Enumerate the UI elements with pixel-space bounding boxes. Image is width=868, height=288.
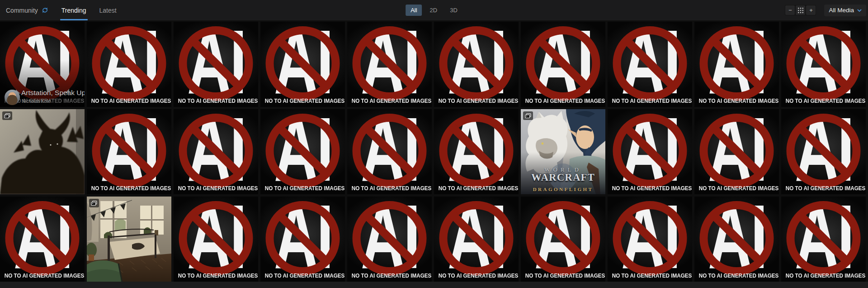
no-ai-prohibition-icon: [434, 197, 519, 282]
protest-caption: NO TO AI GENERATED IMAGES: [608, 184, 692, 192]
filter-2d[interactable]: 2D: [425, 5, 443, 16]
no-ai-prohibition-icon: [347, 109, 432, 194]
protest-caption: NO TO AI GENERATED IMAGES: [781, 271, 866, 279]
tab-trending-label: Trending: [61, 7, 86, 14]
filter-3d[interactable]: 3D: [445, 5, 462, 16]
no-ai-prohibition-icon: [347, 22, 432, 107]
protest-caption: NO TO AI GENERATED IMAGES: [347, 271, 432, 279]
no-ai-prohibition-icon: [260, 109, 345, 194]
stacked-images-icon: [91, 201, 97, 206]
wow-logo-warcraft: WARCRAFT: [521, 172, 605, 183]
protest-caption: NO TO AI GENERATED IMAGES: [260, 271, 345, 279]
protest-caption: NO TO AI GENERATED IMAGES: [608, 96, 692, 105]
artwork-tile-protest[interactable]: AI NO TO AI GENERATED IMAGES: [260, 109, 345, 194]
no-ai-prohibition-icon: [608, 197, 692, 282]
artwork-tile-protest[interactable]: AI NO TO AI GENERATED IMAGES: [608, 109, 692, 194]
artwork-tile-protest[interactable]: AI NO TO AI GENERATED IMAGES: [260, 22, 345, 107]
artwork-tile-protest[interactable]: AI NO TO AI GENERATED IMAGES: [260, 197, 345, 282]
media-filter-dropdown[interactable]: All Media: [824, 5, 866, 16]
protest-caption: NO TO AI GENERATED IMAGES: [781, 184, 866, 192]
artwork-tile-creature[interactable]: [0, 109, 85, 194]
no-ai-prohibition-icon: [260, 197, 345, 282]
artwork-tile-protest[interactable]: AI NO TO AI GENERATED IMAGES: [347, 22, 432, 107]
artwork-tile-protest[interactable]: AI NO TO AI GENERATED IMAGES: [0, 197, 85, 282]
multiple-images-indicator: [2, 111, 12, 120]
artwork-tile-protest[interactable]: AI NO TO AI GENERATED IMAGES: [174, 197, 258, 282]
artwork-tile-protest[interactable]: AI NO TO AI GENERATED IMAGES: [781, 109, 866, 194]
protest-caption: NO TO AI GENERATED IMAGES: [347, 96, 432, 105]
artwork-tile-protest[interactable]: AI NO TO AI GENERATED IMAGES: [87, 22, 171, 107]
artwork-tile-protest[interactable]: AI NO TO AI GENERATED IMAGES: [608, 197, 692, 282]
filter-all[interactable]: All: [406, 5, 422, 16]
chevron-down-icon: [857, 9, 862, 12]
artwork-tile-protest[interactable]: AI NO TO AI GENERATED IMAGES: [174, 109, 258, 194]
no-ai-prohibition-icon: [87, 109, 171, 194]
dimension-filter-group: All 2D 3D: [406, 0, 462, 20]
active-tab-underline: [60, 19, 88, 20]
protest-caption: NO TO AI GENERATED IMAGES: [87, 184, 171, 192]
multiple-images-indicator: [89, 199, 99, 207]
zoom-in-button[interactable]: +: [806, 5, 816, 15]
protest-caption: NO TO AI GENERATED IMAGES: [174, 96, 258, 105]
no-ai-prohibition-icon: [174, 197, 258, 282]
top-toolbar: Community Trending Latest All 2D 3D −: [0, 0, 868, 21]
artwork-tile-protest[interactable]: AI NO TO AI GENERATED IMAGES: [434, 197, 519, 282]
no-ai-prohibition-icon: [694, 109, 779, 194]
grid-layout-button[interactable]: [796, 5, 805, 15]
no-ai-prohibition-icon: [781, 109, 866, 194]
no-ai-prohibition-icon: [434, 22, 519, 107]
protest-caption: NO TO AI GENERATED IMAGES: [0, 271, 85, 279]
wow-logo-dragonflight: DRAGONFLIGHT: [521, 187, 605, 192]
stacked-images-icon: [525, 113, 531, 119]
artwork-tile-protest[interactable]: AI NO TO AI GENERATED IMAGES: [87, 109, 171, 194]
tab-trending[interactable]: Trending: [61, 0, 86, 20]
artwork-tile-protest[interactable]: AI NO TO AI GENERATED IMAGES: [434, 109, 519, 194]
multiple-images-indicator: [523, 111, 533, 120]
no-ai-prohibition-icon: [0, 197, 85, 282]
image-grid: AI NO TO AI GENERATED IMAGES Artstation,…: [0, 21, 868, 282]
artist-avatar[interactable]: [5, 90, 20, 105]
artwork-tile-protest[interactable]: AI NO TO AI GENERATED IMAGES: [174, 22, 258, 107]
no-ai-prohibition-icon: [781, 22, 866, 107]
no-ai-prohibition-icon: [608, 22, 692, 107]
no-ai-prohibition-icon: [694, 22, 779, 107]
artwork-tile-interior[interactable]: [87, 197, 171, 282]
tab-community[interactable]: Community: [6, 0, 48, 20]
protest-caption: NO TO AI GENERATED IMAGES: [521, 271, 605, 279]
artwork-title: Artstation, Speak Up: [21, 89, 85, 97]
no-ai-prohibition-icon: [260, 22, 345, 107]
no-ai-prohibition-icon: [521, 197, 605, 282]
protest-caption: NO TO AI GENERATED IMAGES: [694, 184, 779, 192]
artwork-tile-protest[interactable]: AI NO TO AI GENERATED IMAGES: [347, 197, 432, 282]
protest-caption: NO TO AI GENERATED IMAGES: [694, 96, 779, 105]
no-ai-prohibition-icon: [87, 22, 171, 107]
artwork-tile-protest[interactable]: AI NO TO AI GENERATED IMAGES: [521, 22, 605, 107]
artwork-tile-protest[interactable]: AI NO TO AI GENERATED IMAGES: [608, 22, 692, 107]
artwork-tile-protest[interactable]: AI NO TO AI GENERATED IMAGES: [694, 22, 779, 107]
artwork-tile-protest[interactable]: AI NO TO AI GENERATED IMAGES: [347, 109, 432, 194]
artwork-tile-protest[interactable]: AI NO TO AI GENERATED IMAGES: [781, 197, 866, 282]
protest-caption: NO TO AI GENERATED IMAGES: [608, 271, 692, 279]
artwork-tile-protest[interactable]: AI NO TO AI GENERATED IMAGES: [694, 109, 779, 194]
no-ai-prohibition-icon: [781, 197, 866, 282]
artwork-tile-warcraft[interactable]: WORLD WARCRAFT DRAGONFLIGHT: [521, 109, 605, 194]
artwork-tile-protest[interactable]: AI NO TO AI GENERATED IMAGES: [521, 197, 605, 282]
creature-artwork-image: [0, 109, 85, 194]
artwork-tile-protest[interactable]: AI NO TO AI GENERATED IMAGES: [781, 22, 866, 107]
zoom-out-button[interactable]: −: [785, 5, 795, 15]
tab-latest-label: Latest: [99, 7, 117, 14]
protest-caption: NO TO AI GENERATED IMAGES: [347, 184, 432, 192]
no-ai-prohibition-icon: [347, 197, 432, 282]
tab-latest[interactable]: Latest: [99, 0, 117, 20]
no-ai-prohibition-icon: [694, 197, 779, 282]
no-ai-prohibition-icon: [174, 109, 258, 194]
view-controls: − + All Media: [785, 0, 866, 20]
stacked-images-icon: [4, 113, 10, 119]
artwork-tile-protest[interactable]: AI NO TO AI GENERATED IMAGES: [694, 197, 779, 282]
artwork-tile-protest-hovered[interactable]: AI NO TO AI GENERATED IMAGES Artstation,…: [0, 22, 85, 107]
artwork-tile-protest[interactable]: AI NO TO AI GENERATED IMAGES: [434, 22, 519, 107]
no-ai-prohibition-icon: [434, 109, 519, 194]
tab-community-label: Community: [6, 7, 38, 14]
protest-caption: NO TO AI GENERATED IMAGES: [260, 184, 345, 192]
protest-caption: NO TO AI GENERATED IMAGES: [694, 271, 779, 279]
